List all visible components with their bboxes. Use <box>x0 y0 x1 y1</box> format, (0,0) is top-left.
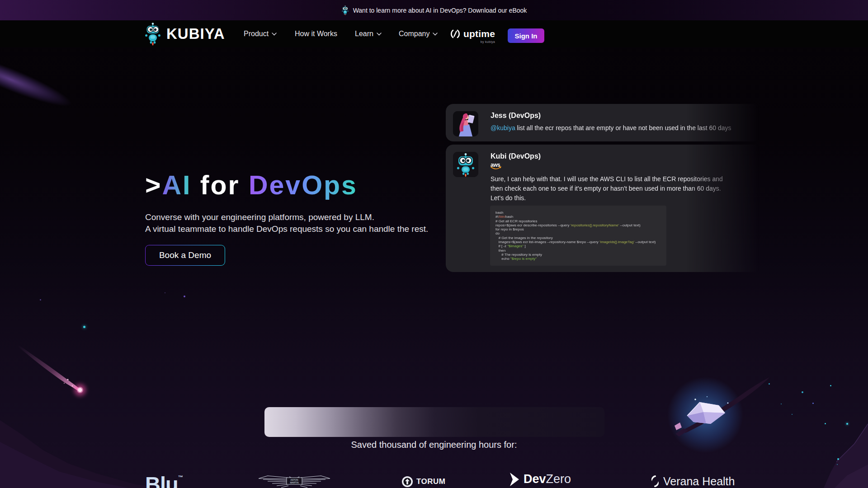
logo-aston-martin: ASTON MARTIN <box>258 474 331 488</box>
hero-title-devops: DevOps <box>249 170 358 200</box>
uptime-icon <box>449 29 461 39</box>
aston-badge-line2: MARTIN <box>290 481 298 484</box>
navbar: KUBIYA Product How it Works Learn Compan… <box>0 20 868 47</box>
logo-torum: TORUM <box>401 476 446 488</box>
announcement-text: Want to learn more about AI in DevOps? D… <box>353 7 527 14</box>
jess-avatar <box>453 111 478 136</box>
sign-in-button[interactable]: Sign In <box>508 28 544 43</box>
announcement-bar[interactable]: Want to learn more about AI in DevOps? D… <box>0 0 868 20</box>
kubiya-robot-icon <box>144 22 162 46</box>
verana-icon <box>650 474 660 488</box>
nav-item-product[interactable]: Product <box>244 30 277 38</box>
robot-icon <box>341 5 349 15</box>
devzero-icon <box>509 473 519 486</box>
logo-devzero: DevZero <box>509 472 571 486</box>
aston-badge-line1: ASTON <box>290 479 298 481</box>
kubi-message: Sure, I can help with that. I will use t… <box>491 174 723 203</box>
logo-carousel-gradient <box>264 407 604 437</box>
aws-logo: aws <box>491 163 502 169</box>
kubiya-landing-page: Want to learn more about AI in DevOps? D… <box>0 0 868 488</box>
logo-verana-health: Verana Health <box>650 474 735 488</box>
nav-item-learn[interactable]: Learn <box>355 30 382 38</box>
chevron-down-icon <box>272 33 277 36</box>
message-author: Kubi (DevOps) <box>491 152 541 160</box>
chevron-down-icon <box>377 33 382 36</box>
book-demo-button[interactable]: Book a Demo <box>145 245 225 266</box>
kubiya-logo[interactable]: KUBIYA <box>144 22 225 46</box>
uptime-logo[interactable]: uptime by kubiya <box>449 28 495 39</box>
uptime-byline: by kubiya <box>481 40 495 43</box>
message-author: Jess (DevOps) <box>491 112 541 120</box>
hero-title-ai: AI <box>162 170 191 200</box>
hero-subtitle: Converse with your engineering platforms… <box>145 211 428 235</box>
chat-message-jess: Jess (DevOps) @kubiya list all the ecr r… <box>446 104 762 141</box>
chevron-down-icon <box>433 33 438 36</box>
message-text: @kubiya list all the ecr repos that are … <box>491 124 731 131</box>
torum-icon <box>401 476 413 488</box>
logos-caption: Saved thousand of engineering hours for: <box>0 440 868 450</box>
kubiya-mention: @kubiya <box>491 124 515 131</box>
nav-item-company[interactable]: Company <box>399 30 438 38</box>
kubi-avatar <box>453 152 478 177</box>
uptime-wordmark: uptime by kubiya <box>463 28 495 39</box>
brand-name: KUBIYA <box>166 25 225 42</box>
logo-blu: Blu™ <box>145 472 183 488</box>
nav-item-how-it-works[interactable]: How it Works <box>295 30 337 38</box>
chat-message-kubi: Kubi (DevOps) aws Sure, I can help with … <box>446 145 762 272</box>
bash-code-block: bash#!/bin/bash# Get all ECR repositorie… <box>490 206 666 266</box>
hero-title: >AI for DevOps <box>145 170 358 201</box>
